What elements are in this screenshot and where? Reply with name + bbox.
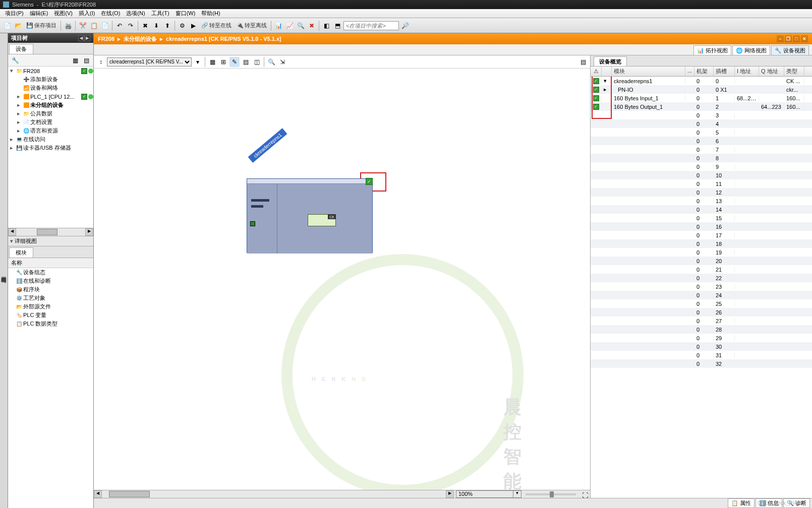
grid-row[interactable]: ✓ ▸ PN-IO 0 0 X1 ckr... bbox=[591, 85, 812, 94]
grid-row[interactable]: ✓ 160 Bytes Input_1 0 1 68...227 160... bbox=[591, 94, 812, 102]
grid-row[interactable]: ✓ ▾ ckreaderrepns1 0 0 CK ... bbox=[591, 77, 812, 85]
tab-properties[interactable]: 📋 属性 bbox=[728, 498, 755, 508]
grid-row-empty[interactable]: 03 bbox=[591, 111, 812, 119]
tab-info[interactable]: ℹ️ 信息 bbox=[756, 498, 782, 508]
canvas-scrollbar[interactable]: ◀▶ 100%▼ ⛶ bbox=[94, 490, 590, 498]
grid-row-empty[interactable]: 029 bbox=[591, 334, 812, 342]
tree-item[interactable]: ▸📄文档设置 bbox=[8, 118, 93, 126]
detail-item[interactable]: ⚙️工艺对象 bbox=[8, 294, 93, 302]
zoom-dropdown[interactable]: 100%▼ bbox=[456, 490, 521, 498]
menu-options[interactable]: 选项(N) bbox=[123, 10, 148, 17]
grid-row-empty[interactable]: 06 bbox=[591, 137, 812, 145]
grid-row-empty[interactable]: 04 bbox=[591, 119, 812, 128]
menu-project[interactable]: 项目(P) bbox=[2, 10, 27, 17]
grid-row-empty[interactable]: 022 bbox=[591, 274, 812, 282]
menu-tools[interactable]: 工具(T) bbox=[148, 10, 172, 17]
col-type[interactable]: 类型 bbox=[784, 67, 804, 76]
detail-item[interactable]: 🏷️PLC 变量 bbox=[8, 311, 93, 320]
detail-view-header[interactable]: 详细视图 bbox=[8, 236, 93, 246]
tab-module[interactable]: 模块 bbox=[9, 247, 33, 258]
col-iaddr[interactable]: I 地址 bbox=[735, 67, 759, 76]
canvas-grid-icon[interactable]: ⊞ bbox=[218, 57, 228, 67]
grid-row-empty[interactable]: 018 bbox=[591, 239, 812, 248]
tab-topology-view[interactable]: 📊 拓扑视图 bbox=[693, 45, 731, 55]
breadcrumb-b[interactable]: 未分组的设备 bbox=[124, 35, 157, 43]
grid-row-empty[interactable]: 012 bbox=[591, 188, 812, 197]
tree-root[interactable]: ▾📁FR208 ✓ bbox=[8, 67, 93, 75]
window-restore-icon[interactable]: ❐ bbox=[785, 35, 792, 42]
canvas-table-icon[interactable]: ▤ bbox=[241, 57, 251, 67]
tree-columns-icon[interactable]: ▤ bbox=[81, 55, 91, 66]
col-module[interactable]: 模块 bbox=[612, 67, 685, 76]
grid-row-empty[interactable]: 027 bbox=[591, 316, 812, 325]
col-dots[interactable]: ... bbox=[685, 67, 694, 76]
tree-tool-icon[interactable]: 🔧 bbox=[10, 55, 20, 66]
compile-icon[interactable]: ⚙ bbox=[177, 21, 187, 31]
cut-icon[interactable]: ✂️ bbox=[78, 21, 88, 31]
grid-row-empty[interactable]: 015 bbox=[591, 214, 812, 222]
menu-online[interactable]: 在线(O) bbox=[98, 10, 123, 17]
tree-item[interactable]: ▸🌐语言和资源 bbox=[8, 126, 93, 135]
canvas-sidebar-icon[interactable]: ▤ bbox=[578, 57, 588, 67]
detail-tree[interactable]: 🔧设备组态ℹ️在线和诊断📦程序块⚙️工艺对象📂外部源文件🏷️PLC 变量📋PLC… bbox=[8, 268, 93, 508]
grid-row[interactable]: ✓ 160 Bytes Output_1 0 2 64...223 160... bbox=[591, 102, 812, 111]
open-project-icon[interactable]: 📂 bbox=[13, 21, 23, 31]
split-h-icon[interactable]: ◧ bbox=[321, 21, 331, 31]
tb-icon-1[interactable]: 📊 bbox=[273, 21, 283, 31]
grid-row-empty[interactable]: 032 bbox=[591, 359, 812, 368]
device-slot-right[interactable]: CK bbox=[277, 184, 372, 253]
search-go-icon[interactable]: 🔎 bbox=[400, 21, 410, 31]
paste-icon[interactable]: 📄 bbox=[100, 21, 110, 31]
menu-insert[interactable]: 插入(I) bbox=[76, 10, 98, 17]
canvas-tool-2-icon[interactable]: ▾ bbox=[193, 57, 203, 67]
grid-row-empty[interactable]: 013 bbox=[591, 197, 812, 205]
zoom-slider[interactable] bbox=[526, 493, 576, 495]
tree-collapse-right-icon[interactable]: ▶ bbox=[84, 35, 90, 41]
device-port-icon[interactable] bbox=[250, 221, 255, 226]
breadcrumb-a[interactable]: FR208 bbox=[98, 36, 114, 42]
detail-item[interactable]: ℹ️在线和诊断 bbox=[8, 277, 93, 285]
tree-item[interactable]: ➕添加新设备 bbox=[8, 75, 93, 84]
grid-row-empty[interactable]: 019 bbox=[591, 248, 812, 257]
grid-row-empty[interactable]: 028 bbox=[591, 325, 812, 334]
project-tree[interactable]: ▾📁FR208 ✓ ➕添加新设备📶设备和网络▸🟧PLC_1 [CPU 12...… bbox=[8, 67, 93, 228]
detail-item[interactable]: 📦程序块 bbox=[8, 285, 93, 294]
window-close-icon[interactable]: ✕ bbox=[801, 35, 808, 42]
grid-row-empty[interactable]: 017 bbox=[591, 231, 812, 239]
breadcrumb-c[interactable]: ckreaderrepns1 [CK RE/PNS V5.1.0 - V5.1.… bbox=[166, 36, 281, 42]
simulate-icon[interactable]: ▶ bbox=[188, 21, 198, 31]
menu-view[interactable]: 视图(V) bbox=[51, 10, 76, 17]
canvas-layout-icon[interactable]: ▦ bbox=[207, 57, 217, 67]
project-search-input[interactable] bbox=[343, 21, 399, 30]
tree-expand-icon[interactable]: ▦ bbox=[70, 55, 80, 66]
grid-row-empty[interactable]: 010 bbox=[591, 171, 812, 179]
window-min-icon[interactable]: – bbox=[777, 35, 784, 42]
device-box[interactable]: ✓ CK bbox=[247, 178, 373, 253]
tree-item[interactable]: ▸💻在线访问 bbox=[8, 135, 93, 144]
print-icon[interactable]: 🖨️ bbox=[63, 21, 73, 31]
canvas-edit-icon[interactable]: ✎ bbox=[229, 57, 240, 67]
side-tab-devices-networks[interactable]: 设备与网络 bbox=[0, 33, 8, 508]
detail-item[interactable]: 📂外部源文件 bbox=[8, 302, 93, 311]
grid-row-empty[interactable]: 026 bbox=[591, 308, 812, 316]
redo-icon[interactable]: ↷ bbox=[126, 21, 136, 31]
save-project-button[interactable]: 💾 保存项目 bbox=[24, 22, 59, 29]
tree-item[interactable]: 📶设备和网络 bbox=[8, 84, 93, 92]
detail-item[interactable]: 🔧设备组态 bbox=[8, 268, 93, 277]
window-max-icon[interactable]: □ bbox=[793, 35, 800, 42]
tree-item[interactable]: ▸🟧PLC_1 [CPU 12...✓ bbox=[8, 92, 93, 101]
tab-device-view[interactable]: 🔧 设备视图 bbox=[771, 45, 809, 55]
overview-grid[interactable]: ⚠ 模块 ... 机架 插槽 I 地址 Q 地址 类型 ✓ ▾ ckreader… bbox=[591, 67, 812, 498]
tree-item[interactable]: ▸🟧未分组的设备 bbox=[8, 101, 93, 109]
tree-scrollbar[interactable]: ◀▶ bbox=[8, 228, 93, 236]
tree-item[interactable]: ▸📁公共数据 bbox=[8, 109, 93, 118]
grid-row-empty[interactable]: 016 bbox=[591, 222, 812, 231]
undo-icon[interactable]: ↶ bbox=[114, 21, 125, 31]
grid-row-empty[interactable]: 021 bbox=[591, 265, 812, 274]
col-status[interactable]: ⚠ bbox=[591, 67, 602, 76]
grid-row-empty[interactable]: 011 bbox=[591, 179, 812, 188]
grid-row-empty[interactable]: 020 bbox=[591, 257, 812, 265]
detail-item[interactable]: 📋PLC 数据类型 bbox=[8, 320, 93, 328]
grid-row-empty[interactable]: 05 bbox=[591, 128, 812, 137]
canvas-zoom-icon[interactable]: 🔍 bbox=[266, 57, 276, 67]
